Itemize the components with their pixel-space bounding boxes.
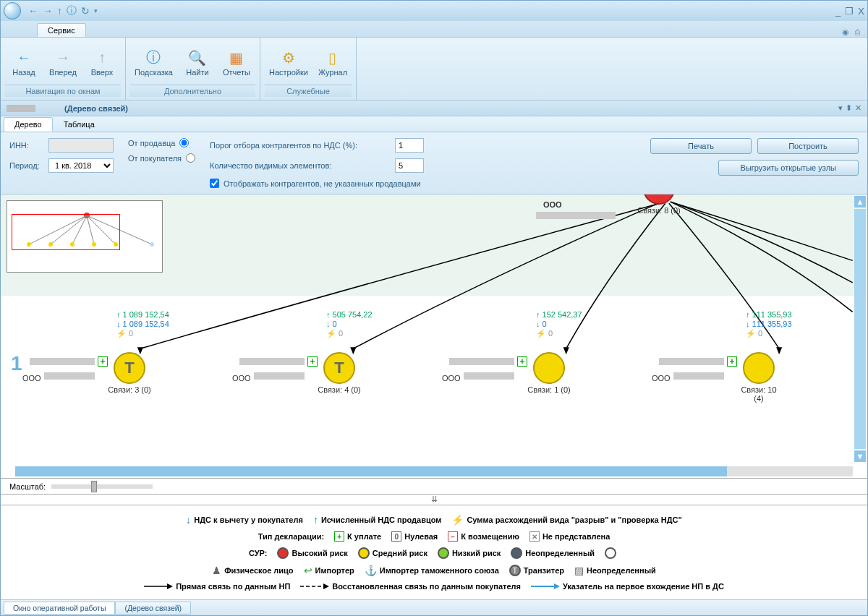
footer: Окно оперативной работы (Дерево связей) <box>1 599 867 615</box>
expand-node-icon[interactable]: + <box>98 356 108 367</box>
expand-node-icon[interactable]: + <box>727 356 737 367</box>
ribbon-icon: → <box>54 49 72 67</box>
minimize-icon[interactable]: _ <box>835 6 841 17</box>
footer-tab-tree[interactable]: (Дерево связей) <box>115 602 191 615</box>
back-icon[interactable]: ← <box>27 5 40 17</box>
edge-info: ↑ 152 542,37↓ 0⚡ 0 <box>536 310 582 339</box>
edge-info: ↑ 1 089 152,54↓ 1 089 152,54⚡ 0 <box>116 310 169 339</box>
info-icon[interactable]: ⓘ <box>65 4 78 17</box>
scale-thumb[interactable] <box>91 481 97 492</box>
expand-node-icon[interactable]: + <box>307 356 318 367</box>
subtab-table[interactable]: Таблица <box>53 117 106 132</box>
from-seller-radio[interactable] <box>179 138 189 147</box>
inn-label: ИНН: <box>9 141 44 150</box>
legend-item: Указатель на первое вхождение НП в ДС <box>531 582 724 591</box>
visible-input[interactable] <box>395 158 424 173</box>
legend-item: + К уплате <box>334 531 381 542</box>
threshold-label: Порог отбора контрагентов по НДС (%): <box>210 141 391 150</box>
svg-marker-18 <box>167 583 173 589</box>
child-bar <box>254 372 305 380</box>
child-bar2 <box>30 358 95 365</box>
ribbon-label: Настройки <box>269 68 308 77</box>
show-unlisted-checkbox[interactable] <box>210 179 219 188</box>
ribbon-group: ⚙Настройки▯ЖурналСлужебные <box>260 38 357 100</box>
tab-service[interactable]: Сервис <box>37 23 86 37</box>
child-node-2[interactable]: Связи: 1 (0) <box>527 352 571 394</box>
refresh-icon[interactable]: ↻ <box>80 5 91 17</box>
print-icon[interactable]: ⎙ <box>855 27 860 37</box>
hscroll-thumb[interactable] <box>15 466 727 476</box>
ribbon-group: ←Назад→Вперед↑ВверхНавигация по окнам <box>1 38 126 100</box>
from-buyer-radio[interactable] <box>186 153 195 163</box>
export-nodes-button[interactable]: Выгрузить открытые узлы <box>718 160 859 176</box>
subtab-tree[interactable]: Дерево <box>4 117 53 132</box>
scroll-up-icon[interactable]: ▲ <box>854 196 866 208</box>
restore-icon[interactable]: ❐ <box>845 6 854 17</box>
period-select[interactable]: 1 кв. 2018 <box>48 158 114 173</box>
ribbon-button-Отчеты[interactable]: ▦Отчеты <box>218 40 255 85</box>
expand-node-icon[interactable]: + <box>517 356 527 367</box>
ribbon-button-Найти[interactable]: 🔍Найти <box>179 40 216 85</box>
expand-legend-bar[interactable]: ⇊ <box>1 494 867 505</box>
print-button[interactable]: Печать <box>650 138 752 154</box>
edge-info: ↑ 505 754,22↓ 0⚡ 0 <box>326 310 373 339</box>
app-window: ← → ↑ ⓘ ↻ ▾ _ ❐ X Сервис ◉ ⎙ ←Назад→Впер… <box>0 0 868 616</box>
dropdown-icon[interactable]: ▾ <box>93 7 99 14</box>
up-icon[interactable]: ↑ <box>56 5 64 17</box>
svg-point-16 <box>150 242 154 247</box>
svg-marker-20 <box>323 583 329 589</box>
panel-title: (Дерево связей) <box>64 104 128 113</box>
child-node-0[interactable]: T Связи: 3 (0) <box>108 352 151 394</box>
ribbon-icon: ⓘ <box>145 49 162 67</box>
scroll-down-icon[interactable]: ▼ <box>854 450 866 462</box>
sur-label: СУР: <box>249 549 268 557</box>
ribbon-button-Настройки[interactable]: ⚙Настройки <box>265 40 312 85</box>
legend-item: 0 Нулевая <box>391 531 438 542</box>
legend: ↓ НДС к вычету у покупателя↑ Исчисленный… <box>1 505 867 599</box>
child-bar2 <box>239 358 305 365</box>
root-node[interactable]: Связи: 8 (0) <box>623 194 695 215</box>
root-prefix: ООО <box>543 200 562 209</box>
from-seller-label: От продавца <box>128 139 175 147</box>
child-node-3[interactable]: Связи: 10 (4) <box>737 352 780 403</box>
ribbon-label: Вперед <box>49 68 77 77</box>
forward-icon[interactable]: → <box>41 5 54 17</box>
svg-marker-22 <box>554 583 560 589</box>
legend-item: Низкий риск <box>438 547 501 559</box>
ribbon-label: Найти <box>186 68 208 77</box>
ribbon-group: ⓘПодсказка🔍Найти▦ОтчетыДополнительно <box>126 38 260 100</box>
footer-tab-operative[interactable]: Окно оперативной работы <box>4 602 115 615</box>
child-node-1[interactable]: T Связи: 4 (0) <box>318 352 361 394</box>
child-prefix: ООО <box>442 374 461 382</box>
minimap-viewport[interactable] <box>12 214 120 250</box>
subtabs: Дерево Таблица <box>1 116 867 132</box>
ribbon-button-Назад[interactable]: ←Назад <box>5 40 43 85</box>
legend-item: Прямая связь по данным НП <box>144 582 290 591</box>
root-circle-icon <box>643 194 675 205</box>
ribbon-label: Журнал <box>318 68 347 77</box>
threshold-input[interactable] <box>395 138 424 153</box>
scale-slider[interactable] <box>51 484 153 489</box>
ribbon-button-Вперед[interactable]: →Вперед <box>44 40 82 85</box>
panel-menu-icon[interactable]: ▾ <box>838 103 843 113</box>
ribbon: ←Назад→Вперед↑ВверхНавигация по окнамⓘПо… <box>1 37 867 100</box>
legend-item: ⚡ Сумма расхождений вида "разрыв" и "про… <box>451 514 681 526</box>
legend-item: ↑ Исчисленный НДС продавцом <box>313 514 442 526</box>
vscroll-track[interactable] <box>854 209 866 449</box>
legend-item: ♟ Физическое лицо <box>212 565 293 576</box>
help-icon[interactable]: ◉ <box>842 27 849 37</box>
ribbon-button-Подсказка[interactable]: ⓘПодсказка <box>130 40 177 85</box>
build-button[interactable]: Построить <box>757 138 859 154</box>
ribbon-button-Журнал[interactable]: ▯Журнал <box>314 40 352 85</box>
minimap[interactable] <box>7 200 163 273</box>
ribbon-button-Вверх[interactable]: ↑Вверх <box>83 40 121 85</box>
inn-input[interactable] <box>48 138 114 153</box>
close-icon[interactable]: X <box>858 6 864 17</box>
ribbon-label: Отчеты <box>223 68 250 77</box>
legend-item: ↓ НДС к вычету у покупателя <box>186 514 303 526</box>
panel-pin-icon[interactable]: ⬍ <box>846 103 852 113</box>
panel-close-icon[interactable]: ✕ <box>855 103 861 113</box>
tree-area[interactable]: Связи: 8 (0) ООО 1 ↑ 1 089 152,54↓ 1 089… <box>1 194 867 478</box>
hscroll-track[interactable] <box>15 466 853 476</box>
page-indicator: 1 <box>11 352 22 375</box>
